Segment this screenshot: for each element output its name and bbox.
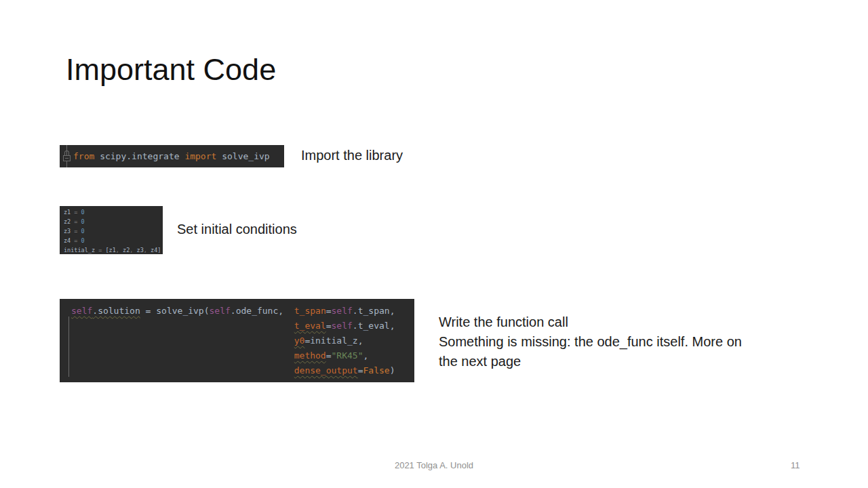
label-set-initial-conditions: Set initial conditions	[177, 222, 297, 237]
code-token: t_eval	[294, 321, 326, 331]
code-token: .t_span,	[353, 306, 395, 316]
code-token: .t_eval,	[353, 321, 395, 331]
code-line: method="RK45",	[71, 348, 414, 363]
code-token: z1	[109, 247, 116, 253]
code-token: ,	[130, 247, 136, 253]
code-token: self	[332, 321, 353, 331]
code-snippet-solve-ivp-call: self.solution = solve_ivp(self.ode_func,…	[60, 299, 414, 382]
code-token: method	[294, 350, 326, 361]
code-token: y0	[294, 336, 305, 346]
code-line: z2 = 0	[64, 217, 163, 226]
label-function-call-line: the next page	[439, 352, 742, 371]
page-number: 11	[791, 460, 800, 470]
code-line: initial_z = [z1, z2, z3, z4]	[64, 245, 163, 255]
lock-body	[63, 155, 71, 161]
label-function-call: Write the function call Something is mis…	[439, 312, 742, 371]
code-line: z3 = 0	[64, 226, 163, 236]
code-token: 0	[81, 228, 85, 235]
code-token: z2	[64, 218, 74, 225]
code-token: )	[390, 365, 395, 375]
code-token: solve_ivp	[222, 151, 269, 161]
code-token: =initial_z,	[304, 336, 363, 346]
code-token: False	[363, 365, 389, 375]
code-token: z1	[64, 209, 74, 216]
code-token: from	[73, 151, 100, 161]
code-token: =	[74, 218, 81, 225]
code-token: scipy.integrate	[100, 151, 184, 161]
code-token: 0	[81, 209, 85, 216]
code-line: t_eval=self.t_eval,	[71, 319, 414, 333]
code-snippet-import: from scipy.integrate import solve_ivp	[60, 145, 284, 167]
lock-icon	[62, 150, 71, 161]
code-snippet-initial-conditions: z1 = 0z2 = 0z3 = 0z4 = 0initial_z = [z1,…	[60, 206, 163, 254]
code-token: ,	[363, 350, 369, 361]
code-line: self.solution = solve_ivp(self.ode_func,…	[71, 304, 414, 319]
code-token: =	[98, 247, 105, 253]
code-token: dense_output	[294, 365, 358, 375]
code-token: =	[326, 321, 332, 331]
slide-title: Important Code	[66, 53, 276, 87]
footer-credit: 2021 Tolga A. Unold	[395, 460, 473, 470]
label-function-call-line: Something is missing: the ode_func itsel…	[439, 332, 742, 352]
presentation-slide: Important Code from scipy.integrate impo…	[0, 0, 868, 488]
code-token: "RK45"	[332, 350, 363, 361]
code-token: z2	[123, 247, 130, 253]
code-token: self	[71, 306, 92, 316]
label-function-call-line: Write the function call	[439, 312, 742, 332]
code-token: self	[332, 306, 353, 316]
code-token: import	[184, 151, 222, 161]
code-line: z1 = 0	[64, 207, 163, 217]
code-token: =	[74, 237, 81, 244]
editor-indent-guide	[68, 317, 69, 377]
code-token: t_span	[294, 306, 326, 316]
code-line: y0=initial_z,	[71, 333, 414, 348]
code-line: dense_output=False)	[71, 363, 414, 378]
code-token: =	[74, 228, 81, 235]
code-token: 0	[81, 237, 85, 244]
code-token: = solve_ivp(	[140, 306, 210, 316]
code-token: z4	[151, 247, 157, 253]
code-token: ]	[157, 247, 161, 253]
code-token: .solution	[92, 306, 140, 316]
code-token: z3	[64, 228, 74, 235]
lock-shackle	[64, 150, 69, 155]
code-token: initial_z	[64, 247, 98, 253]
code-token: z3	[137, 247, 144, 253]
code-token: ,	[116, 247, 123, 253]
code-token: 0	[81, 218, 85, 225]
code-token: =	[74, 209, 81, 216]
code-token: self	[210, 306, 231, 316]
code-token: ,	[144, 247, 151, 253]
code-token: z4	[64, 237, 74, 244]
code-token: =	[326, 306, 332, 316]
code-line: z4 = 0	[64, 236, 163, 245]
code-token: .ode_func,	[231, 306, 294, 316]
code-line: from scipy.integrate import solve_ivp	[73, 145, 284, 167]
label-import-library: Import the library	[301, 148, 403, 163]
code-token: =	[326, 350, 332, 361]
